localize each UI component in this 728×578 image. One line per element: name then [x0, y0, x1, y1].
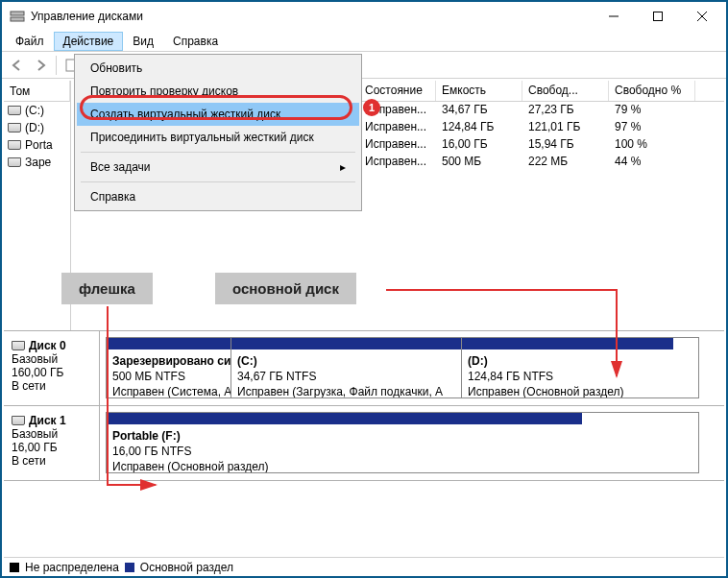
col-header-free[interactable]: Свобод... [522, 81, 609, 101]
dd-separator [81, 152, 355, 153]
dd-create-vhd[interactable]: Создать виртуальный жесткий диск [77, 103, 359, 126]
disk-map: Диск 0Базовый160,00 ГБВ сетиЗарезервиров… [4, 330, 724, 555]
volume-name: Заре [25, 156, 51, 169]
dd-separator [81, 181, 355, 182]
drive-icon [8, 123, 21, 132]
maximize-button[interactable] [636, 2, 680, 31]
dd-rescan[interactable]: Повторить проверку дисков [77, 80, 359, 103]
menu-file[interactable]: Файл [6, 32, 54, 51]
legend: Не распределена Основной раздел [4, 557, 724, 576]
chevron-right-icon: ▸ [340, 160, 346, 174]
cell-free: 27,23 ГБ [522, 102, 609, 119]
drive-icon [8, 140, 21, 150]
svg-rect-1 [11, 17, 24, 21]
partition-name: (D:) [468, 353, 667, 369]
disk-name: Диск 0 [29, 339, 66, 352]
volume-name: Porta [25, 138, 53, 152]
volume-name: (D:) [25, 121, 44, 134]
partition[interactable]: (D:)124,84 ГБ NTFSИсправен (Основной раз… [462, 338, 673, 397]
cell-free: 15,94 ГБ [522, 136, 609, 154]
cell-state: Исправен... [359, 119, 436, 136]
volume-row[interactable]: (D:) [4, 119, 70, 136]
volume-data-row[interactable]: Исправен...124,84 ГБ121,01 ГБ97 % [359, 119, 724, 136]
disk-name: Диск 1 [29, 414, 66, 427]
disk-row: Диск 1Базовый16,00 ГБВ сетиPortable (F:)… [4, 406, 724, 481]
dd-help[interactable]: Справка [77, 185, 359, 208]
disk-size: 16,00 ГБ [12, 441, 91, 454]
cell-pct: 97 % [609, 119, 695, 136]
disk-body: Portable (F:)16,00 ГБ NTFSИсправен (Осно… [100, 406, 724, 480]
disk-bar: Зарезервировано си500 МБ NTFSИсправен (С… [106, 337, 699, 398]
volume-headers: Состояние Емкость Свобод... Свободно % [359, 81, 724, 102]
legend-swatch-unalloc [10, 563, 19, 572]
partition[interactable]: (C:)34,67 ГБ NTFSИсправен (Загрузка, Фай… [231, 338, 462, 397]
volume-name: (C:) [25, 104, 44, 117]
partition-status: Исправен (Основной раздел) [112, 459, 576, 472]
forward-button[interactable] [31, 56, 50, 75]
partition-color-bar [107, 338, 231, 349]
partition-size: 34,67 ГБ NTFS [237, 369, 455, 384]
col-header-capacity[interactable]: Емкость [436, 81, 522, 101]
menu-action[interactable]: Действие [54, 32, 124, 51]
disk-status: В сети [12, 454, 91, 468]
partition-color-bar [462, 338, 673, 349]
legend-primary: Основной раздел [140, 561, 233, 574]
disk-header[interactable]: Диск 0Базовый160,00 ГБВ сети [4, 331, 100, 405]
col-header-tom[interactable]: Том [4, 81, 70, 102]
partition-status: Исправен (Система, А [112, 384, 225, 397]
toolbar-separator [56, 56, 57, 75]
disk-header[interactable]: Диск 1Базовый16,00 ГБВ сети [4, 406, 100, 480]
svg-rect-3 [654, 12, 663, 21]
volume-row[interactable]: Porta [4, 136, 70, 154]
partition-color-bar [107, 413, 582, 424]
partition-status: Исправен (Основной раздел) [468, 384, 667, 397]
partition-size: 124,84 ГБ NTFS [468, 369, 667, 384]
action-dropdown: Обновить Повторить проверку дисков Созда… [74, 54, 362, 211]
cell-state: Исправен... [359, 136, 436, 154]
back-button[interactable] [8, 56, 27, 75]
disk-type: Базовый [12, 352, 91, 366]
disk-size: 160,00 ГБ [12, 366, 91, 379]
volume-data-row[interactable]: Исправен...34,67 ГБ27,23 ГБ79 % [359, 102, 724, 119]
svg-rect-0 [11, 12, 24, 15]
cell-cap: 124,84 ГБ [436, 119, 522, 136]
legend-swatch-primary [125, 563, 134, 572]
dd-all-tasks[interactable]: Все задачи▸ [77, 156, 359, 179]
cell-free: 121,01 ГБ [522, 119, 609, 136]
tag-main: основной диск [215, 273, 356, 304]
drive-icon [8, 106, 21, 115]
disk-bar: Portable (F:)16,00 ГБ NTFSИсправен (Осно… [106, 412, 699, 473]
partition-name: (C:) [237, 353, 455, 369]
partition[interactable]: Portable (F:)16,00 ГБ NTFSИсправен (Осно… [107, 413, 582, 472]
cell-pct: 100 % [609, 136, 695, 154]
menu-view[interactable]: Вид [123, 32, 163, 51]
disk-type: Базовый [12, 427, 91, 441]
minimize-button[interactable] [592, 2, 636, 31]
volume-data-row[interactable]: Исправен...500 МБ222 МБ44 % [359, 154, 724, 171]
close-button[interactable] [680, 2, 724, 31]
dd-all-tasks-label: Все задачи [90, 160, 151, 174]
cell-cap: 16,00 ГБ [436, 136, 522, 154]
menu-help[interactable]: Справка [163, 32, 228, 51]
annotation-badge: 1 [363, 99, 380, 116]
dd-refresh[interactable]: Обновить [77, 57, 359, 80]
cell-free: 222 МБ [522, 154, 609, 171]
dd-attach-vhd[interactable]: Присоединить виртуальный жесткий диск [77, 126, 359, 149]
partition[interactable]: Зарезервировано си500 МБ NTFSИсправен (С… [107, 338, 231, 397]
volume-row[interactable]: (C:) [4, 102, 70, 119]
annotation-labels: флешка основной диск [4, 273, 724, 313]
volume-data-row[interactable]: Исправен...16,00 ГБ15,94 ГБ100 % [359, 136, 724, 154]
disk-icon [12, 416, 25, 425]
partition-name: Portable (F:) [112, 428, 576, 444]
window-controls [592, 2, 724, 31]
partition-color-bar [231, 338, 461, 349]
menubar: Файл Действие Вид Справка [2, 31, 726, 52]
cell-state: Исправен... [359, 154, 436, 171]
col-header-state[interactable]: Состояние [359, 81, 436, 101]
col-header-pct[interactable]: Свободно % [609, 81, 695, 101]
tag-flash: флешка [61, 273, 153, 304]
partition-status: Исправен (Загрузка, Файл подкачки, А [237, 384, 455, 397]
cell-cap: 500 МБ [436, 154, 522, 171]
volume-row[interactable]: Заре [4, 154, 70, 171]
partition-name: Зарезервировано си [112, 353, 225, 369]
